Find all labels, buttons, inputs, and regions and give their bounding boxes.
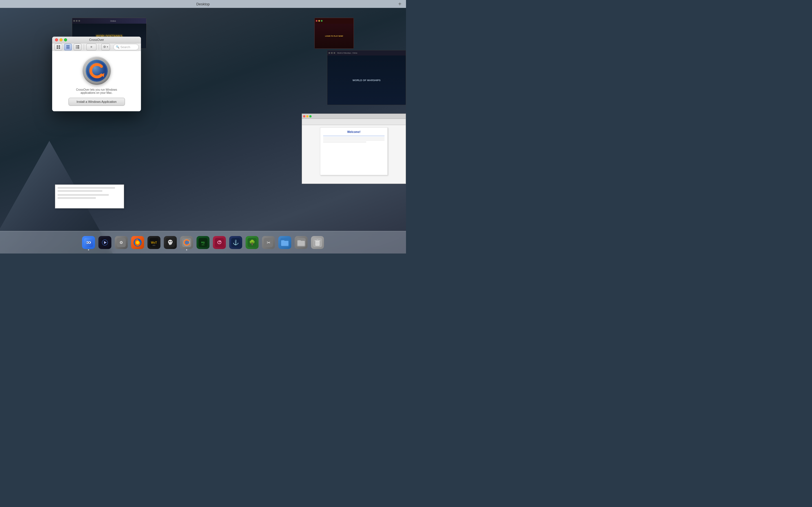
svg-text:✂: ✂: [267, 240, 270, 245]
svg-point-34: [168, 240, 172, 244]
libre-document: Welcome!: [320, 127, 388, 175]
libre-window[interactable]: Welcome!: [302, 114, 406, 184]
svg-rect-7: [76, 45, 77, 46]
dock-item-folder-gray[interactable]: [294, 235, 308, 250]
crossover-window: CrossOver: [52, 37, 141, 111]
svg-rect-3: [59, 47, 60, 49]
folder-blue-icon: [278, 236, 291, 249]
add-desktop-button[interactable]: +: [398, 1, 402, 7]
svg-point-29: [136, 241, 139, 244]
wot-traffic-dot: [76, 20, 78, 22]
anchor-icon: ⚓: [229, 236, 242, 249]
minimize-button[interactable]: [59, 38, 63, 41]
skull-icon: [164, 236, 177, 249]
toolbar-separator: [99, 44, 99, 50]
logo-inner: [86, 60, 108, 82]
crossover-titlebar: CrossOver: [52, 37, 141, 43]
svg-rect-12: [77, 48, 79, 49]
svg-rect-56: [281, 240, 285, 242]
libre-minimize-dot: [306, 115, 308, 117]
svg-rect-63: [317, 239, 318, 240]
trash-icon: [311, 236, 324, 249]
libre-titlebar: [302, 114, 406, 119]
zoom-button[interactable]: [64, 38, 67, 41]
svg-rect-10: [77, 47, 79, 48]
crossover-logo: [83, 57, 111, 85]
install-windows-app-button[interactable]: Install a Windows Application: [68, 98, 125, 106]
doc-window[interactable]: [55, 184, 124, 209]
pirate-login-text: LOGIN TO PLAY NOW!: [325, 35, 343, 37]
svg-rect-59: [297, 240, 301, 242]
logo-outer-ring: [83, 57, 111, 85]
doc-line: [57, 197, 96, 199]
icon-view-button[interactable]: [64, 44, 72, 50]
dock-item-mactree[interactable]: 🌳: [245, 235, 259, 250]
crossover-window-title: CrossOver: [89, 38, 104, 41]
dock-item-wot101[interactable]: WoT 101: [147, 235, 161, 250]
svg-text:101: 101: [202, 244, 205, 245]
libre-doc-line: [323, 142, 366, 143]
wot-titlebar: Online: [72, 18, 146, 24]
dock-item-syspref[interactable]: [114, 235, 129, 250]
macfamilytree-icon: 🌳: [246, 236, 259, 249]
dock-item-spiral[interactable]: [212, 235, 227, 250]
dock-item-skull[interactable]: [163, 235, 177, 250]
dock-item-firefox[interactable]: [130, 235, 145, 250]
wot-window-title: Online: [81, 20, 145, 22]
logo-svg: [87, 61, 107, 80]
warships-window[interactable]: World of Warships - Online WORLD OF WARS…: [327, 50, 406, 105]
crossover-dock-icon: [180, 236, 193, 249]
libre-close-dot: [303, 115, 305, 117]
svg-rect-4: [66, 45, 70, 46]
warships-titlebar: World of Warships - Online: [327, 50, 406, 55]
firefox-icon: [131, 236, 144, 249]
dock-item-anchor[interactable]: ⚓: [229, 235, 243, 250]
search-icon: 🔍: [116, 45, 119, 48]
pirate-close-dot: [316, 20, 317, 22]
pirate-window[interactable]: LOGIN TO PLAY NOW!: [314, 18, 354, 49]
favorites-button[interactable]: ★: [86, 44, 96, 50]
svg-rect-8: [77, 45, 79, 46]
svg-text:WoT: WoT: [151, 241, 157, 244]
warships-dot: [334, 52, 335, 54]
dock-item-trash[interactable]: [310, 235, 325, 250]
tagline-line2: applications on your Mac.: [76, 91, 117, 94]
wot-traffic-dot: [79, 20, 80, 22]
libre-toolbar: [302, 119, 406, 125]
libre-body: Welcome!: [302, 125, 406, 184]
dock-item-eq101[interactable]: EQ 101: [196, 235, 210, 250]
libre-doc-line: [323, 137, 385, 138]
desktop-title: Desktop: [196, 2, 210, 6]
grid-view-button[interactable]: [54, 44, 62, 50]
warships-logo: WORLD OF WARSHIPS: [352, 79, 380, 82]
launchpad-icon: [98, 236, 111, 249]
libre-zoom-dot: [309, 115, 312, 117]
svg-point-18: [87, 242, 88, 243]
libre-welcome-text: Welcome!: [323, 130, 385, 133]
svg-rect-6: [66, 48, 70, 49]
close-button[interactable]: [55, 38, 58, 41]
libre-doc-line: [323, 139, 385, 140]
top-bar: Desktop +: [0, 0, 406, 8]
list-view-button[interactable]: [73, 44, 82, 50]
svg-rect-0: [57, 45, 58, 47]
crossover-tagline: CrossOver lets you run Windows applicati…: [76, 88, 117, 94]
svg-rect-2: [57, 47, 58, 49]
dock-item-finder[interactable]: [81, 235, 96, 250]
search-box[interactable]: 🔍 Search: [113, 44, 139, 50]
dock-item-folder-blue[interactable]: [277, 235, 292, 250]
wot-traffic-dot: [73, 20, 75, 22]
eq101-icon: EQ 101: [197, 236, 209, 249]
settings-button[interactable]: ⚙ ▾: [101, 44, 110, 50]
dock: WoT 101: [0, 231, 406, 253]
dock-item-scissor[interactable]: ✂: [261, 235, 276, 250]
scissor-icon: ✂: [262, 236, 275, 249]
dock-item-launchpad[interactable]: [98, 235, 112, 250]
finder-icon: [82, 236, 95, 249]
system-preferences-icon: [115, 236, 128, 249]
doc-body: [55, 185, 124, 203]
chevron-down-icon: ▾: [107, 46, 108, 48]
dock-item-crossover[interactable]: [179, 235, 194, 250]
pirate-zoom-dot: [321, 20, 322, 22]
folder-gray-icon: [295, 236, 308, 249]
